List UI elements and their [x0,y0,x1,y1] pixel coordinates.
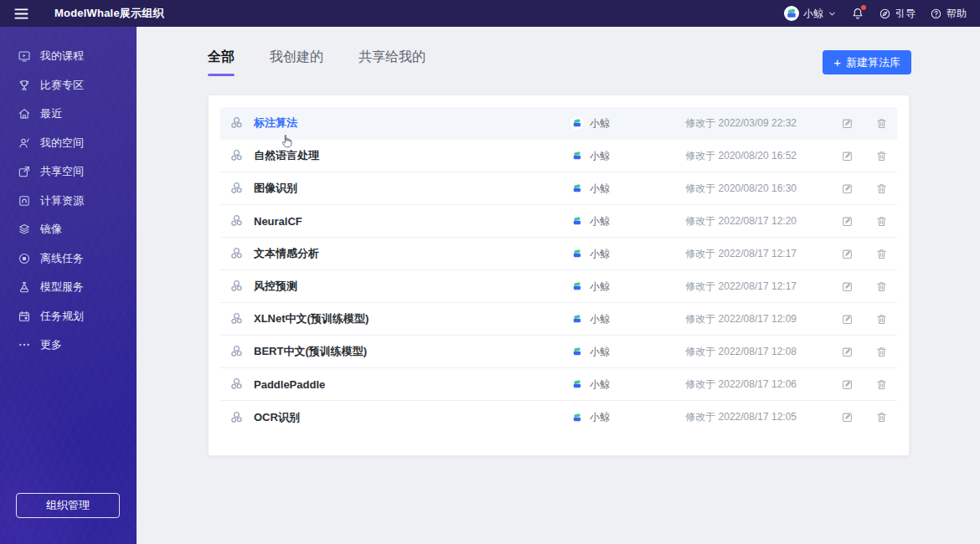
plus-icon: + [833,56,841,69]
sidebar-item-label: 最近 [40,106,62,121]
sidebar-item[interactable]: 离线任务 [0,244,137,274]
sidebar-item[interactable]: 共享空间 [0,157,137,187]
sidebar-item-label: 镜像 [40,222,62,237]
edit-icon[interactable] [841,411,854,423]
row-actions [841,117,888,130]
trash-icon[interactable] [875,280,888,293]
cluster-icon [230,311,245,326]
trash-icon[interactable] [875,117,888,130]
tab[interactable]: 共享给我的 [358,49,426,73]
trash-icon[interactable] [875,378,888,391]
guide-label: 引导 [895,7,916,21]
trash-icon[interactable] [875,411,888,423]
row-owner-cell: 小鲸 [570,116,679,131]
algorithm-name-link[interactable]: 文本情感分析 [254,246,319,261]
edit-icon[interactable] [841,313,854,326]
owner-avatar [570,411,584,424]
row-name-cell: BERT中文(预训练模型) [230,344,570,359]
owner-name: 小鲸 [590,182,610,196]
notifications-button[interactable] [851,7,864,20]
edit-icon[interactable] [841,248,854,260]
row-modified-cell: 修改于 2022/03/09 22:32 [679,116,797,131]
owner-name: 小鲸 [590,410,610,424]
row-actions [841,182,888,195]
sidebar-item[interactable]: 模型服务 [0,273,137,302]
table-row[interactable]: 文本情感分析 小鲸 修改于 2022/08/17 12:17 [220,238,897,270]
owner-avatar [570,182,584,195]
trash-icon[interactable] [875,313,888,326]
row-actions [841,280,888,293]
sidebar-item[interactable]: 更多 [0,331,137,360]
edit-icon[interactable] [841,280,854,293]
sidebar-item-label: 更多 [40,337,62,352]
edit-icon[interactable] [841,346,854,358]
cluster-icon [230,148,245,163]
owner-name: 小鲸 [590,312,610,326]
cluster-icon [230,115,245,131]
table-row[interactable]: BERT中文(预训练模型) 小鲸 修改于 2022/08/17 12:08 [220,336,897,368]
owner-avatar [570,280,584,293]
algorithm-name-link[interactable]: BERT中文(预训练模型) [254,344,367,359]
row-name-cell: NeuralCF [230,213,570,228]
sidebar-item[interactable]: 任务规划 [0,302,137,331]
row-owner-cell: 小鲸 [570,182,679,196]
algorithm-name-link[interactable]: 自然语言处理 [254,148,319,163]
help-button[interactable]: 帮助 [930,7,967,21]
table-row[interactable]: 自然语言处理 小鲸 修改于 2020/08/20 16:52 [220,140,897,172]
chevron-down-icon [828,9,837,18]
trash-icon[interactable] [875,248,888,260]
sidebar-item[interactable]: 计算资源 [0,187,137,216]
org-manage-button[interactable]: 组织管理 [16,493,120,518]
algorithm-name-link[interactable]: NeuralCF [254,215,302,228]
tab[interactable]: 我创建的 [270,49,323,73]
table-row[interactable]: 风控预测 小鲸 修改于 2022/08/17 12:17 [220,270,897,303]
guide-button[interactable]: 引导 [879,7,916,21]
row-actions [841,150,888,162]
row-modified-cell: 修改于 2022/08/17 12:05 [679,410,797,424]
algorithm-name-link[interactable]: 图像识别 [254,181,297,196]
edit-icon[interactable] [841,378,854,391]
sidebar-item[interactable]: 我的空间 [0,129,137,158]
edit-icon[interactable] [841,117,854,130]
algorithm-name-link[interactable]: 标注算法 [254,115,297,131]
edit-icon[interactable] [841,182,854,195]
user-menu[interactable]: 小鲸 [784,6,837,21]
sidebar-item[interactable]: 比赛专区 [0,71,137,100]
table-row[interactable]: NeuralCF 小鲸 修改于 2022/08/17 12:20 [220,205,897,238]
edit-icon[interactable] [841,150,854,162]
algorithm-name-link[interactable]: PaddlePaddle [254,378,325,391]
algorithm-name-link[interactable]: XLNet中文(预训练模型) [254,311,369,326]
cluster-icon [230,181,245,196]
trash-icon[interactable] [875,150,888,162]
sidebar-item[interactable]: 最近 [0,100,137,129]
trash-icon[interactable] [875,182,888,195]
tab-bar: 全部 我创建的 共享给我的 [208,49,426,73]
algorithm-name-link[interactable]: 风控预测 [254,279,297,294]
row-name-cell: OCR识别 [230,410,570,425]
tab[interactable]: 全部 [208,49,235,73]
sidebar-item[interactable]: 我的课程 [0,42,137,71]
table-row[interactable]: 标注算法 小鲸 修改于 2022/03/09 22:32 [220,107,897,140]
cluster-icon [230,213,245,228]
table-row[interactable]: PaddlePaddle 小鲸 修改于 2022/08/17 12:06 [220,368,897,401]
row-modified-cell: 修改于 2020/08/20 16:52 [679,149,797,163]
new-algorithm-button[interactable]: + 新建算法库 [823,50,911,74]
sidebar-item[interactable]: 镜像 [0,215,137,244]
table-row[interactable]: OCR识别 小鲸 修改于 2022/08/17 12:05 [220,401,897,434]
owner-name: 小鲸 [590,116,610,131]
sidebar-item-icon [18,165,31,178]
table-row[interactable]: 图像识别 小鲸 修改于 2020/08/20 16:30 [220,172,897,205]
trash-icon[interactable] [875,215,888,228]
algorithm-name-link[interactable]: OCR识别 [254,410,300,425]
table-row[interactable]: XLNet中文(预训练模型) 小鲸 修改于 2022/08/17 12:09 [220,303,897,336]
trash-icon[interactable] [875,346,888,358]
sidebar-item-icon [18,107,31,121]
help-label: 帮助 [946,7,967,21]
row-name-cell: 图像识别 [230,181,570,196]
edit-icon[interactable] [841,215,854,228]
sidebar-nav: 我的课程 比赛专区 最近 我的空间 共享空间 [0,27,137,360]
user-name: 小鲸 [803,7,823,21]
hamburger-menu-icon[interactable] [13,5,30,22]
notification-dot [861,5,866,10]
sidebar-item-label: 我的课程 [40,49,84,64]
